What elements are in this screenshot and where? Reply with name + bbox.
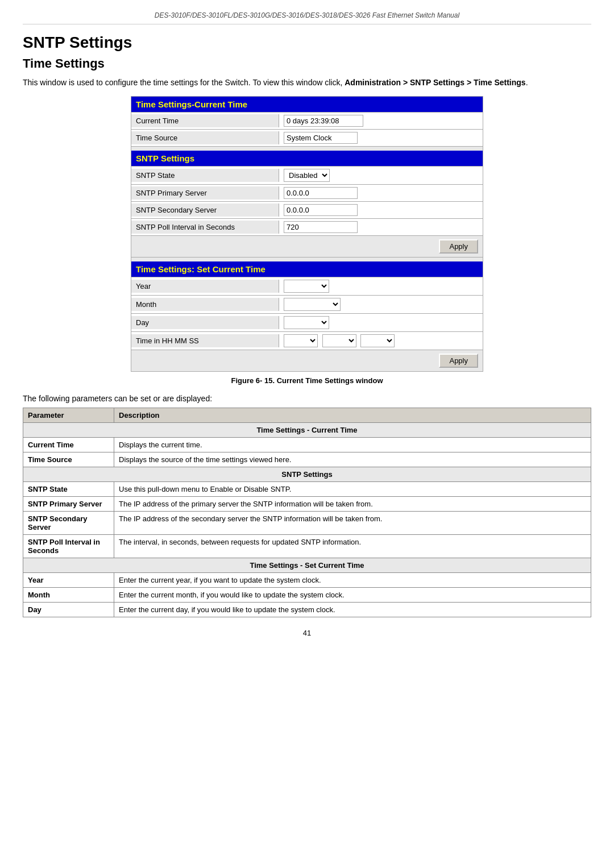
sntp-secondary-input[interactable] (284, 204, 358, 216)
param-section-row: Time Settings - Current Time (23, 423, 591, 438)
sntp-state-value[interactable]: Disabled Enabled (279, 167, 483, 184)
spacer-2 (131, 257, 483, 261)
hour-select[interactable] (284, 334, 318, 347)
param-desc-cell: Enter the current year, if you want to u… (114, 573, 591, 588)
param-label-cell: SNTP State (23, 482, 114, 497)
param-label-cell: SNTP Poll Interval inSeconds (23, 535, 114, 558)
current-time-section-header: Time Settings-Current Time (131, 97, 483, 112)
sntp-secondary-label: SNTP Secondary Server (131, 203, 279, 217)
sntp-primary-input[interactable] (284, 187, 358, 199)
intro-text-span: This window is used to configure the tim… (23, 78, 342, 87)
param-table: Parameter Description Time Settings - Cu… (23, 408, 591, 617)
param-col-header: Parameter (23, 408, 114, 423)
day-row: Day (131, 313, 483, 331)
set-current-time-header: Time Settings: Set Current Time (131, 261, 483, 277)
doc-header: DES-3010F/DES-3010FL/DES-3010G/DES-3016/… (23, 11, 591, 24)
param-section-label: Time Settings - Current Time (23, 423, 591, 438)
day-label: Day (131, 316, 279, 329)
sntp-poll-label: SNTP Poll Interval in Seconds (131, 221, 279, 234)
param-desc-cell: Use this pull-down menu to Enable or Dis… (114, 482, 591, 497)
sntp-apply-row: Apply (131, 235, 483, 257)
minute-select[interactable] (322, 334, 356, 347)
param-section-label: Time Settings - Set Current Time (23, 558, 591, 573)
sntp-state-select[interactable]: Disabled Enabled (284, 169, 330, 182)
param-label-cell: Day (23, 603, 114, 617)
following-text: The following parameters can be set or a… (23, 394, 591, 403)
sntp-primary-label: SNTP Primary Server (131, 186, 279, 200)
sntp-secondary-value[interactable] (279, 202, 483, 218)
param-desc-cell: The IP address of the primary server the… (114, 497, 591, 512)
year-row: Year (131, 277, 483, 295)
current-time-label: Current Time (131, 114, 279, 127)
month-value[interactable] (279, 296, 483, 313)
day-select[interactable] (284, 316, 329, 329)
param-row: Time SourceDisplays the source of the ti… (23, 452, 591, 467)
sntp-primary-value[interactable] (279, 185, 483, 201)
year-label: Year (131, 280, 279, 293)
param-row: DayEnter the current day, if you would l… (23, 603, 591, 617)
set-time-apply-row: Apply (131, 350, 483, 371)
param-row: SNTP Poll Interval inSecondsThe interval… (23, 535, 591, 558)
param-section-label: SNTP Settings (23, 467, 591, 482)
sntp-state-row: SNTP State Disabled Enabled (131, 166, 483, 184)
param-label-cell: SNTP Primary Server (23, 497, 114, 512)
time-source-label: Time Source (131, 131, 279, 144)
param-row: YearEnter the current year, if you want … (23, 573, 591, 588)
section-title: Time Settings (23, 56, 591, 71)
year-value[interactable] (279, 277, 483, 295)
param-label-cell: Current Time (23, 438, 114, 452)
month-select[interactable] (284, 298, 341, 311)
sntp-settings-section-header: SNTP Settings (131, 151, 483, 166)
doc-title-text: DES-3010F/DES-3010FL/DES-3010G/DES-3016/… (155, 11, 459, 19)
param-label-cell: Year (23, 573, 114, 588)
sntp-secondary-row: SNTP Secondary Server (131, 201, 483, 218)
current-time-input (284, 115, 363, 127)
spacer-1 (131, 146, 483, 151)
param-desc-cell: Displays the source of the time settings… (114, 452, 591, 467)
set-time-apply-button[interactable]: Apply (439, 354, 478, 368)
param-row: SNTP SecondaryServerThe IP address of th… (23, 512, 591, 535)
param-row: MonthEnter the current month, if you wou… (23, 588, 591, 603)
day-value[interactable] (279, 314, 483, 331)
param-section-row: Time Settings - Set Current Time (23, 558, 591, 573)
time-source-value (279, 130, 483, 146)
param-desc-cell: Enter the current day, if you would like… (114, 603, 591, 617)
time-source-row: Time Source (131, 129, 483, 146)
month-label: Month (131, 298, 279, 311)
param-row: SNTP Primary ServerThe IP address of the… (23, 497, 591, 512)
page-number: 41 (23, 629, 591, 637)
page-title: SNTP Settings (23, 34, 591, 52)
sntp-poll-input[interactable] (284, 221, 358, 233)
sntp-state-label: SNTP State (131, 169, 279, 182)
param-desc-cell: The IP address of the secondary server t… (114, 512, 591, 535)
param-desc-cell: The interval, in seconds, between reques… (114, 535, 591, 558)
desc-col-header: Description (114, 408, 591, 423)
param-label-cell: Time Source (23, 452, 114, 467)
second-select[interactable] (360, 334, 395, 347)
time-row: Time in HH MM SS (131, 331, 483, 350)
param-desc-cell: Enter the current month, if you would li… (114, 588, 591, 603)
figure-caption: Figure 6- 15. Current Time Settings wind… (23, 376, 591, 385)
year-select[interactable] (284, 280, 329, 293)
month-row: Month (131, 295, 483, 313)
param-label-cell: SNTP SecondaryServer (23, 512, 114, 535)
intro-paragraph: This window is used to configure the tim… (23, 78, 591, 87)
time-source-input (284, 132, 358, 144)
nav-path: Administration > SNTP Settings > Time Se… (345, 78, 525, 87)
param-section-row: SNTP Settings (23, 467, 591, 482)
current-time-row: Current Time (131, 112, 483, 129)
sntp-poll-row: SNTP Poll Interval in Seconds (131, 218, 483, 235)
sntp-apply-button[interactable]: Apply (439, 239, 478, 254)
param-desc-cell: Displays the current time. (114, 438, 591, 452)
time-value[interactable] (279, 332, 483, 350)
sntp-primary-row: SNTP Primary Server (131, 184, 483, 201)
param-label-cell: Month (23, 588, 114, 603)
param-row: Current TimeDisplays the current time. (23, 438, 591, 452)
settings-panel: Time Settings-Current Time Current Time … (131, 96, 483, 372)
param-row: SNTP StateUse this pull-down menu to Ena… (23, 482, 591, 497)
sntp-poll-value[interactable] (279, 219, 483, 235)
time-label: Time in HH MM SS (131, 334, 279, 347)
current-time-value (279, 113, 483, 129)
